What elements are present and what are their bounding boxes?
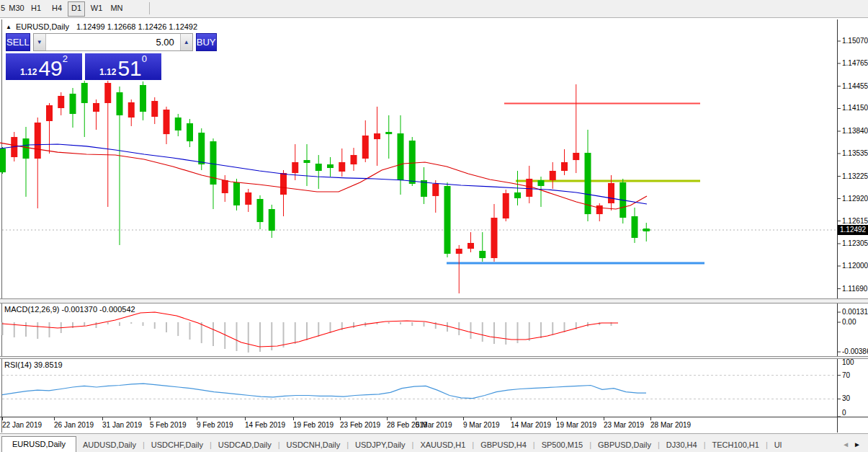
date-axis-label: 23 Mar 2019 — [604, 421, 644, 429]
date-axis-label: 26 Jan 2019 — [54, 421, 94, 429]
date-axis-separator — [0, 417, 868, 417]
date-axis-label: 5 Feb 2019 — [150, 421, 187, 429]
rsi-indicator-label: RSI(14) 39.8519 — [4, 360, 63, 369]
volume-stepper: ▼ ▲ — [33, 33, 193, 51]
tab-usdchf-daily[interactable]: USDCHF,Daily — [145, 438, 210, 452]
chart-title: ▲EURUSD,Daily1.12499 1.12668 1.12426 1.1… — [6, 22, 197, 31]
chart-tabs-bar: EURUSD,DailyAUDUSD,Daily|USDCHF,Daily|US… — [0, 433, 868, 452]
tabs-scroll-right-button[interactable]: ► — [854, 440, 865, 448]
date-axis-label: 23 Feb 2019 — [340, 421, 380, 429]
price-axis-label: 1.11690 — [842, 285, 867, 293]
tab-scroll-buttons: ◄► — [842, 440, 865, 448]
timeframe-button-H4[interactable]: H4 — [49, 1, 65, 15]
sell-price-pip: 2 — [63, 54, 68, 63]
tab-usdcad-daily[interactable]: USDCAD,Daily — [212, 438, 278, 452]
date-axis-label: 19 Feb 2019 — [293, 421, 334, 429]
timeframe-button-D1[interactable]: D1 — [68, 1, 85, 17]
buy-price-display[interactable]: 1.12510 — [85, 53, 161, 80]
date-axis-label: 19 Mar 2019 — [556, 421, 596, 429]
rsi-value: 39.8519 — [34, 360, 63, 369]
price-axis-label: 1.13225 — [842, 172, 868, 181]
rsi-axis-label: 0 — [842, 409, 846, 417]
macd-indicator-label: MACD(12,26,9) -0.001370 -0.000542 — [4, 305, 135, 314]
price-axis-label: 1.13840 — [842, 127, 868, 136]
volume-input[interactable] — [46, 34, 180, 50]
macd-main-value: -0.001370 — [61, 305, 97, 314]
one-click-trading-panel: SELL ▼ ▲ BUY 1.12492 1.12510 — [6, 33, 161, 80]
timeframe-toolbar: 5M30H1H4D1W1MN — [0, 0, 868, 18]
price-axis-label: 1.12305 — [842, 239, 868, 248]
tab-sp500-m15[interactable]: SP500,M15 — [535, 438, 589, 452]
date-axis-label: 22 Jan 2019 — [2, 421, 42, 429]
tab-xauusd-h1[interactable]: XAUUSD,H1 — [413, 438, 472, 452]
price-axis-label: 1.12000 — [842, 262, 868, 270]
price-axis-label: 1.14455 — [842, 82, 868, 91]
sell-price-prefix: 1.12 — [20, 67, 37, 78]
tab-eurusd-daily[interactable]: EURUSD,Daily — [1, 436, 76, 452]
collapse-arrow-icon[interactable]: ▲ — [6, 24, 12, 30]
timeframe-button-MN[interactable]: MN — [108, 1, 125, 15]
date-axis-label: 9 Mar 2019 — [463, 421, 500, 429]
arrow-up-icon: ▲ — [184, 39, 189, 45]
rsi-axis-label: 100 — [842, 358, 854, 367]
buy-price-prefix: 1.12 — [99, 67, 116, 78]
tab-gbpusd-h4[interactable]: GBPUSD,H4 — [474, 438, 533, 452]
current-price-badge: 1.12492 — [838, 225, 868, 235]
buy-price-big: 51 — [117, 59, 141, 78]
price-axis-label: 1.14150 — [842, 104, 868, 112]
sell-price-big: 49 — [38, 59, 62, 78]
tab-usdjpy-daily[interactable]: USDJPY,Daily — [349, 438, 412, 452]
rsi-axis-label: 30 — [842, 394, 850, 403]
chart-symbol-label: EURUSD,Daily — [16, 22, 69, 31]
tab-usdcnh-daily[interactable]: USDCNH,Daily — [280, 438, 347, 452]
toolbar-separator — [149, 2, 150, 14]
timeframe-button-W1[interactable]: W1 — [89, 1, 104, 15]
date-axis-label: 14 Mar 2019 — [511, 421, 551, 429]
tab-dj30-h4[interactable]: DJ30,H4 — [660, 438, 704, 452]
tab-audusd-daily[interactable]: AUDUSD,Daily — [76, 438, 143, 452]
volume-decrease-button[interactable]: ▼ — [34, 34, 46, 50]
volume-increase-button[interactable]: ▲ — [180, 34, 192, 50]
panel-splitter-rsi[interactable] — [0, 356, 868, 359]
macd-axis-label: -0.00386 — [842, 347, 868, 356]
price-axis-label: 1.12615 — [842, 217, 868, 226]
mt4-terminal-window: { "toolbar": { "items": [ {"label":"5","… — [0, 0, 868, 452]
date-axis-label: 14 Feb 2019 — [245, 421, 285, 429]
sell-button[interactable]: SELL — [6, 33, 30, 51]
price-axis-label: 1.14765 — [842, 59, 868, 68]
arrow-down-icon: ▼ — [37, 39, 42, 45]
timeframe-button-H1[interactable]: H1 — [28, 1, 44, 15]
tabs-scroll-left-button[interactable]: ◄ — [842, 440, 854, 448]
tab-gbpusd-daily[interactable]: GBPUSD,Daily — [591, 438, 658, 452]
tab-tech100-h1[interactable]: TECH100,H1 — [705, 438, 765, 452]
timeframe-button-M30[interactable]: M30 — [6, 1, 27, 15]
date-axis-label: 9 Feb 2019 — [197, 421, 233, 429]
timeframe-button-5[interactable]: 5 — [0, 1, 6, 15]
date-axis-label: 28 Mar 2019 — [650, 421, 691, 429]
panel-splitter-macd[interactable] — [0, 298, 868, 303]
buy-button[interactable]: BUY — [196, 33, 217, 51]
macd-signal-value: -0.000542 — [99, 305, 135, 314]
rsi-axis-label: 70 — [842, 371, 850, 380]
tab-ul[interactable]: Ul — [768, 438, 788, 452]
price-axis-label: 1.13535 — [842, 149, 868, 158]
sell-price-display[interactable]: 1.12492 — [6, 53, 82, 80]
price-axis-label: 1.12920 — [842, 195, 868, 203]
price-axis-label: 1.15070 — [842, 37, 868, 45]
macd-axis-label: 0.001313 — [842, 308, 868, 316]
chart-ohlc-values: 1.12499 1.12668 1.12426 1.12492 — [76, 22, 197, 31]
buy-price-pip: 0 — [142, 54, 147, 63]
macd-axis-label: 0.00 — [842, 318, 856, 327]
date-axis-label: 5 Mar 2019 — [416, 421, 452, 429]
date-axis-label: 31 Jan 2019 — [102, 421, 142, 429]
